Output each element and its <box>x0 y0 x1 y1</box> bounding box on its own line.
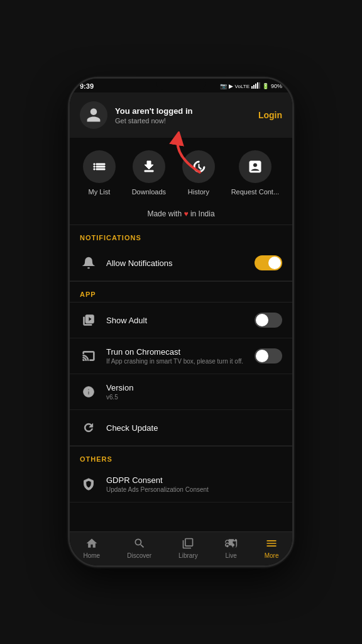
menu-icon <box>265 537 278 550</box>
made-with-suffix: in India <box>190 209 215 218</box>
action-downloads[interactable]: Downloads <box>132 150 166 196</box>
svg-rect-4 <box>259 82 260 89</box>
live-icon <box>225 537 238 550</box>
home-icon <box>85 537 98 550</box>
version-number: v6.5 <box>106 394 133 401</box>
user-icon <box>85 107 102 123</box>
svg-rect-3 <box>257 82 258 89</box>
nav-discover-label: Discover <box>127 552 151 559</box>
version-left: Version v6.5 <box>80 383 133 401</box>
show-adult-toggle[interactable] <box>255 313 282 328</box>
instagram-icon: 📷 <box>220 83 227 89</box>
gdpr-label: GDPR Consent <box>106 475 209 485</box>
info-icon <box>80 383 97 401</box>
history-icon <box>191 159 206 174</box>
download-icon <box>141 159 156 174</box>
show-adult-label: Show Adult <box>106 316 147 325</box>
quick-actions: My List Downloads <box>70 138 292 203</box>
login-banner[interactable]: You aren't logged in Get started now! Lo… <box>70 92 292 138</box>
search-icon <box>133 537 146 550</box>
action-my-list[interactable]: My List <box>83 150 116 196</box>
svg-rect-2 <box>255 84 256 89</box>
video-icon <box>80 311 97 329</box>
gdpr-row[interactable]: GDPR Consent Update Ads Personalization … <box>70 467 292 502</box>
allow-notifications-toggle[interactable] <box>255 255 282 270</box>
nav-more[interactable]: More <box>265 537 279 559</box>
list-icon <box>92 159 107 174</box>
made-with-text: Made with <box>147 209 184 218</box>
login-button[interactable]: Login <box>258 110 282 120</box>
nav-home[interactable]: Home <box>84 537 101 559</box>
volte-indicator: VoLTE <box>235 84 250 89</box>
cast-icon <box>80 347 97 365</box>
battery-icon: 🔋 <box>262 83 269 89</box>
bottom-nav: Home Discover Library Live <box>70 531 292 565</box>
allow-notifications-label: Allow Notifications <box>106 258 173 268</box>
app-header: APP <box>70 282 292 302</box>
downloads-label: Downloads <box>132 188 166 196</box>
toggle-knob-cast <box>256 350 268 362</box>
show-adult-row[interactable]: Show Adult <box>70 303 292 338</box>
chromecast-text: Trun on Chromecast If App crashing in sm… <box>106 347 243 365</box>
request-icon <box>248 159 263 174</box>
my-list-label: My List <box>88 188 110 196</box>
chromecast-label: Trun on Chromecast <box>106 347 243 357</box>
made-with: Made with ♥ in India <box>70 203 292 225</box>
login-title: You aren't logged in <box>115 106 192 116</box>
signal-bars <box>251 82 260 90</box>
phone-frame: 9:39 📷 ▶ VoLTE 🔋 90% <box>68 77 294 567</box>
my-list-icon-bg <box>83 150 116 183</box>
nav-home-label: Home <box>84 552 101 559</box>
status-time: 9:39 <box>80 82 94 90</box>
nav-library[interactable]: Library <box>178 537 198 559</box>
chromecast-row[interactable]: Trun on Chromecast If App crashing in sm… <box>70 338 292 374</box>
login-left: You aren't logged in Get started now! <box>80 101 192 129</box>
battery-pct: 90% <box>271 83 282 89</box>
nav-live[interactable]: Live <box>225 537 238 559</box>
svg-rect-1 <box>253 85 255 89</box>
avatar <box>80 101 107 129</box>
notifications-header: NOTIFICATIONS <box>70 225 292 245</box>
refresh-icon <box>80 419 97 436</box>
library-icon <box>182 537 194 550</box>
show-adult-left: Show Adult <box>80 311 147 329</box>
others-header: OTHERS <box>70 447 292 467</box>
toggle-knob <box>268 257 281 269</box>
allow-notifications-row[interactable]: Allow Notifications <box>70 245 292 281</box>
nav-more-label: More <box>265 552 279 559</box>
login-text: You aren't logged in Get started now! <box>115 106 192 125</box>
notch <box>156 79 206 90</box>
login-subtitle: Get started now! <box>115 117 192 125</box>
gdpr-left: GDPR Consent Update Ads Personalization … <box>80 475 209 493</box>
status-icons: 📷 ▶ VoLTE 🔋 90% <box>220 82 282 90</box>
gdpr-text: GDPR Consent Update Ads Personalization … <box>106 475 209 493</box>
history-label: History <box>188 188 209 196</box>
downloads-icon-bg <box>133 150 165 183</box>
shield-icon <box>80 475 97 493</box>
check-update-left: Check Update <box>80 419 158 436</box>
scroll-content[interactable]: You aren't logged in Get started now! Lo… <box>70 92 292 531</box>
phone-screen: 9:39 📷 ▶ VoLTE 🔋 90% <box>70 79 292 565</box>
version-label: Version <box>106 383 133 392</box>
check-update-label: Check Update <box>106 423 158 433</box>
version-text: Version v6.5 <box>106 383 133 401</box>
gdpr-sublabel: Update Ads Personalization Consent <box>106 486 209 493</box>
history-icon-bg <box>182 150 215 183</box>
nav-live-label: Live <box>225 552 236 559</box>
action-history[interactable]: History <box>182 150 215 196</box>
chromecast-sublabel: If App crashing in smart TV box, please … <box>106 358 243 365</box>
action-request-content[interactable]: Request Cont... <box>231 150 279 196</box>
request-label: Request Cont... <box>231 188 279 196</box>
nav-discover[interactable]: Discover <box>127 537 151 559</box>
nav-library-label: Library <box>178 552 198 559</box>
version-row: Version v6.5 <box>70 374 292 410</box>
youtube-icon: ▶ <box>229 83 233 89</box>
request-icon-bg <box>239 150 272 183</box>
chromecast-left: Trun on Chromecast If App crashing in sm… <box>80 347 243 365</box>
heart-icon: ♥ <box>184 209 188 218</box>
check-update-row[interactable]: Check Update <box>70 410 292 446</box>
bell-icon <box>80 254 97 272</box>
chromecast-toggle[interactable] <box>255 348 282 364</box>
toggle-knob-adult <box>256 314 268 326</box>
svg-rect-0 <box>251 86 253 89</box>
